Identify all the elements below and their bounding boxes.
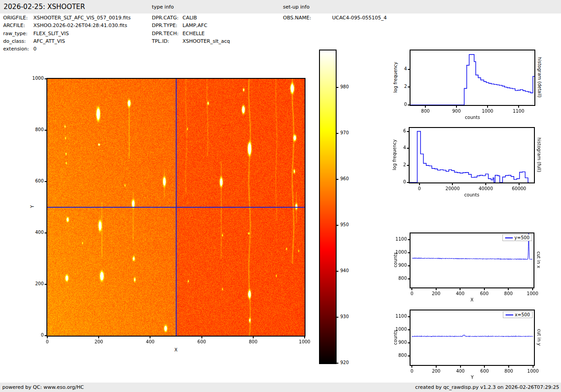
metadata-label-left: do_class: bbox=[3, 38, 26, 44]
colorbar-canvas bbox=[320, 50, 336, 363]
x-axis-label: X bbox=[158, 347, 194, 352]
metadata-label-type-info: TPL.ID: bbox=[152, 38, 169, 44]
x-tick bbox=[419, 183, 420, 185]
y-axis-label: counts bbox=[393, 315, 398, 360]
page-title: 2026-02-25: XSHOOTER bbox=[4, 3, 85, 11]
y-tick-label: 2 bbox=[388, 162, 406, 167]
x-tick-label: 400 bbox=[451, 291, 469, 296]
y-tick bbox=[408, 265, 410, 266]
x-tick-label: 0 bbox=[403, 369, 421, 374]
y-tick-label: 0 bbox=[388, 179, 406, 184]
metadata-value-left: 0 bbox=[33, 46, 36, 52]
x-tick bbox=[485, 183, 486, 185]
x-tick bbox=[436, 288, 437, 290]
histogram-detail-plot bbox=[410, 50, 535, 106]
side-label: cut in y bbox=[537, 310, 542, 364]
metadata-label-left: extension: bbox=[3, 46, 29, 52]
metadata-label-type-info: DPR.CATG: bbox=[152, 15, 178, 21]
x-tick-label: 0 bbox=[38, 339, 56, 344]
y-tick bbox=[45, 284, 46, 285]
x-tick-label: 400 bbox=[141, 339, 159, 344]
x-tick bbox=[533, 366, 534, 368]
x-tick-label: 1000 bbox=[479, 109, 497, 114]
y-tick bbox=[407, 165, 409, 166]
y-tick bbox=[45, 78, 46, 79]
colorbar-tick-label: 940 bbox=[340, 268, 349, 273]
y-tick bbox=[407, 182, 409, 183]
x-tick bbox=[487, 106, 488, 108]
colorbar-tick bbox=[337, 271, 338, 272]
y-tick-label: 900 bbox=[389, 340, 407, 345]
qc-report-page: 2026-02-25: XSHOOTER type info set-up in… bbox=[0, 0, 561, 392]
y-tick bbox=[45, 232, 46, 233]
y-tick-label: 1000 bbox=[26, 76, 44, 81]
colorbar-tick-label: 980 bbox=[340, 84, 349, 89]
cut-in-x-plot: y=500 bbox=[410, 232, 534, 288]
colorbar-tick bbox=[337, 87, 338, 88]
histogram-full-plot-canvas bbox=[410, 128, 534, 182]
x-tick bbox=[150, 337, 151, 338]
side-label: histogram (detail) bbox=[537, 50, 542, 104]
x-tick bbox=[425, 106, 426, 108]
x-tick bbox=[411, 288, 412, 290]
legend-line-swatch bbox=[505, 237, 513, 238]
y-tick bbox=[408, 239, 410, 240]
y-tick bbox=[408, 252, 410, 253]
x-tick bbox=[201, 337, 202, 338]
colorbar-tick-label: 950 bbox=[340, 222, 349, 227]
x-tick bbox=[98, 337, 99, 338]
metadata-label-left: ARCFILE: bbox=[3, 23, 25, 28]
y-tick bbox=[407, 148, 409, 149]
x-tick bbox=[460, 288, 461, 290]
colorbar-tick-label: 960 bbox=[340, 176, 349, 181]
x-tick-label: 200 bbox=[427, 291, 445, 296]
side-label: histogram (full) bbox=[537, 128, 542, 182]
metadata-value-type-info: LAMP,AFC bbox=[182, 23, 207, 28]
y-tick bbox=[407, 131, 409, 132]
y-tick-label: 4 bbox=[389, 66, 407, 71]
colorbar-tick-label: 930 bbox=[340, 314, 349, 319]
x-tick bbox=[436, 366, 437, 368]
x-tick bbox=[253, 337, 254, 338]
metadata-value-type-info: ECHELLE bbox=[182, 31, 205, 36]
colorbar-tick-label: 920 bbox=[340, 360, 349, 365]
x-tick bbox=[508, 288, 509, 290]
crosshair-horizontal-line bbox=[47, 207, 305, 208]
metadata-value-setup-info: UCAC4-095-055105_4 bbox=[332, 15, 387, 21]
y-tick-label: 0 bbox=[26, 333, 44, 337]
x-tick bbox=[456, 106, 457, 108]
x-tick-label: 800 bbox=[499, 291, 517, 296]
metadata-value-type-info: XSHOOTER_slt_acq bbox=[182, 38, 230, 44]
x-tick bbox=[47, 337, 48, 338]
y-tick bbox=[408, 316, 410, 317]
footer-credit-left: powered by QC: www.eso.org/HC bbox=[2, 384, 84, 390]
metadata-value-type-info: CALIB bbox=[182, 15, 197, 21]
type-info-section-label: type info bbox=[152, 4, 174, 10]
metadata-value-left: FLEX_SLIT_VIS bbox=[33, 31, 69, 36]
metadata-label-setup-info: OBS.NAME: bbox=[283, 15, 311, 21]
x-tick-label: 600 bbox=[475, 291, 493, 296]
x-tick-label: 20000 bbox=[443, 186, 461, 191]
colorbar-tick bbox=[337, 363, 338, 364]
x-axis-label: Y bbox=[454, 375, 490, 380]
y-tick-label: 900 bbox=[389, 263, 407, 268]
colorbar-tick bbox=[337, 179, 338, 180]
metadata-label-type-info: DPR.TECH: bbox=[152, 31, 178, 36]
y-tick bbox=[408, 87, 410, 87]
footer-credit-right: created by qc_rawdisp.py v1.2.3 on 2026-… bbox=[415, 384, 559, 390]
y-axis-label: log frequency bbox=[392, 132, 397, 177]
x-tick-label: 0 bbox=[410, 186, 429, 191]
x-tick bbox=[452, 183, 453, 185]
y-tick-label: 4 bbox=[388, 145, 406, 150]
y-tick bbox=[45, 130, 46, 131]
histogram-detail-plot-canvas bbox=[410, 50, 534, 105]
y-tick-label: 1100 bbox=[389, 314, 407, 319]
y-tick-label: 800 bbox=[26, 127, 44, 132]
y-tick-label: 0 bbox=[389, 102, 407, 107]
cut-in-y-plot-canvas bbox=[410, 310, 534, 365]
metadata-value-left: XSHOO.2026-02-26T04:28:41.030.fits bbox=[33, 23, 127, 28]
x-tick bbox=[484, 366, 485, 368]
y-tick-label: 400 bbox=[26, 230, 44, 235]
colorbar-tick bbox=[337, 317, 338, 318]
cut-in-y-plot: x=500 bbox=[410, 310, 535, 366]
